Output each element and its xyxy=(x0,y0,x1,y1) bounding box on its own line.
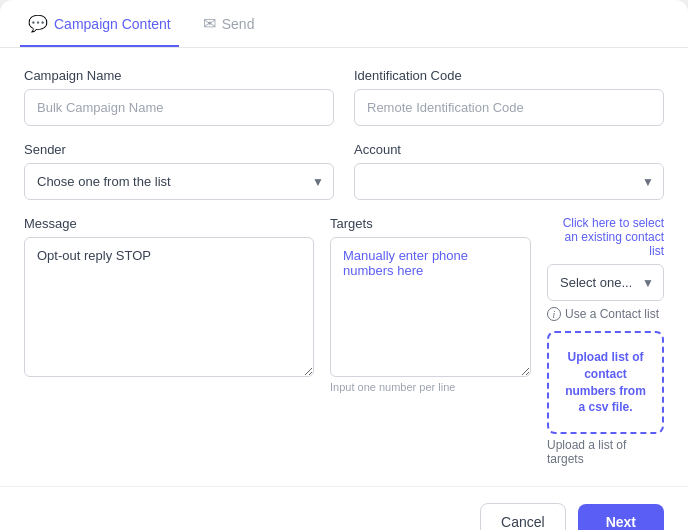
tab-campaign-content[interactable]: 💬 Campaign Content xyxy=(20,0,179,47)
send-icon: ✉ xyxy=(203,14,216,33)
campaign-icon: 💬 xyxy=(28,14,48,33)
cancel-button[interactable]: Cancel xyxy=(480,503,566,530)
contact-hint-text: Use a Contact list xyxy=(565,307,659,321)
sender-select-wrapper: Chose one from the list ▼ xyxy=(24,163,334,200)
info-icon: i xyxy=(547,307,561,321)
account-label: Account xyxy=(354,142,664,157)
upload-link-text: Upload list of contact numbers from a cs… xyxy=(561,349,650,416)
content-area: Message Opt-out reply STOP Targets Input… xyxy=(24,216,664,466)
tab-send[interactable]: ✉ Send xyxy=(195,0,263,47)
targets-textarea[interactable] xyxy=(330,237,531,377)
message-column: Message Opt-out reply STOP xyxy=(24,216,314,466)
identification-code-label: Identification Code xyxy=(354,68,664,83)
field-account: Account ▼ xyxy=(354,142,664,200)
contact-select[interactable]: Select one... xyxy=(547,264,664,301)
field-campaign-name: Campaign Name xyxy=(24,68,334,126)
campaign-name-input[interactable] xyxy=(24,89,334,126)
modal-container: 💬 Campaign Content ✉ Send Campaign Name … xyxy=(0,0,688,530)
field-sender: Sender Chose one from the list ▼ xyxy=(24,142,334,200)
row-campaign-identification: Campaign Name Identification Code xyxy=(24,68,664,126)
contact-select-wrapper: Select one... ▼ xyxy=(547,264,664,301)
account-select[interactable] xyxy=(354,163,664,200)
sender-select[interactable]: Chose one from the list xyxy=(24,163,334,200)
contact-list-link[interactable]: Click here to select an existing contact… xyxy=(547,216,664,258)
message-label: Message xyxy=(24,216,314,231)
tab-bar: 💬 Campaign Content ✉ Send xyxy=(0,0,688,48)
contact-column: Click here to select an existing contact… xyxy=(547,216,664,466)
campaign-name-label: Campaign Name xyxy=(24,68,334,83)
targets-column: Targets Input one number per line xyxy=(330,216,531,466)
targets-label: Targets xyxy=(330,216,531,231)
form-body: Campaign Name Identification Code Sender… xyxy=(0,48,688,486)
identification-code-input[interactable] xyxy=(354,89,664,126)
field-identification-code: Identification Code xyxy=(354,68,664,126)
row-sender-account: Sender Chose one from the list ▼ Account… xyxy=(24,142,664,200)
upload-label: Upload a list of targets xyxy=(547,438,664,466)
sender-label: Sender xyxy=(24,142,334,157)
contact-hint-row: i Use a Contact list xyxy=(547,307,664,321)
upload-box[interactable]: Upload list of contact numbers from a cs… xyxy=(547,331,664,434)
footer: Cancel Next xyxy=(0,486,688,530)
next-button[interactable]: Next xyxy=(578,504,664,530)
account-select-wrapper: ▼ xyxy=(354,163,664,200)
message-textarea[interactable]: Opt-out reply STOP xyxy=(24,237,314,377)
targets-hint: Input one number per line xyxy=(330,381,531,393)
